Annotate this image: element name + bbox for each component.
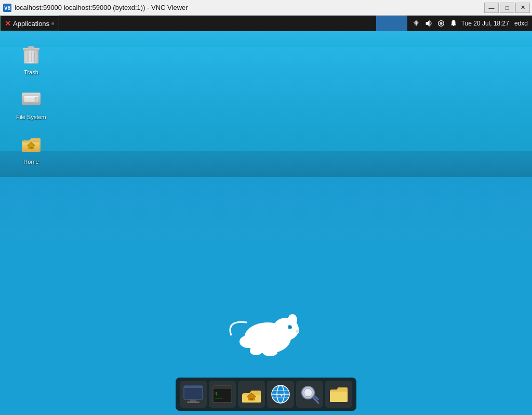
window-title: localhost:59000 localhost:59000 (bytexd:… [15, 4, 484, 11]
svg-text:$ _: $ _ [215, 392, 223, 396]
dock-terminal[interactable]: $ _ [209, 381, 236, 408]
applications-separator: ≡ [51, 21, 55, 27]
minimize-button[interactable]: — [484, 3, 499, 13]
vnc-icon: V8 [2, 3, 12, 13]
filesystem-label: File System [15, 113, 47, 121]
xfce-mouse-mascot [221, 304, 299, 356]
vnc-viewport: ✕ Applications ≡ [0, 16, 532, 415]
window-titlebar: V8 localhost:59000 localhost:59000 (byte… [0, 0, 532, 16]
svg-line-26 [298, 332, 299, 335]
panel-right-area: Tue 20 Jul, 18:27 edxd [407, 19, 532, 28]
svg-rect-35 [213, 386, 232, 389]
svg-point-28 [263, 349, 277, 356]
battery-icon[interactable] [436, 19, 446, 28]
svg-rect-16 [30, 147, 33, 149]
dock-home-folder[interactable] [238, 381, 265, 408]
dock-files[interactable] [325, 381, 352, 408]
svg-point-22 [290, 326, 291, 327]
maximize-button[interactable]: □ [500, 3, 514, 13]
home-icon-item[interactable]: Home [10, 131, 52, 165]
dock-browser[interactable] [267, 381, 294, 408]
network-icon[interactable] [411, 19, 421, 28]
filesystem-icon-item[interactable]: File System [10, 86, 52, 121]
svg-rect-15 [35, 97, 37, 101]
trash-icon-item[interactable]: Trash [10, 42, 52, 76]
svg-rect-38 [250, 398, 253, 400]
applications-label: Applications [13, 20, 49, 28]
trash-label: Trash [22, 69, 40, 76]
svg-point-46 [304, 388, 312, 397]
desktop-icons-area: Trash [0, 31, 73, 176]
window-controls: — □ ✕ [484, 3, 530, 13]
bottom-dock: $ _ [176, 378, 356, 411]
svg-point-29 [240, 335, 256, 348]
svg-rect-32 [190, 399, 196, 401]
dock-show-desktop[interactable] [180, 381, 207, 408]
home-label: Home [22, 158, 40, 165]
svg-marker-3 [425, 20, 429, 27]
xfce-logo: ✕ [5, 19, 11, 28]
svg-rect-31 [184, 386, 203, 388]
taskbar: ✕ Applications ≡ [0, 16, 532, 31]
svg-point-5 [440, 22, 442, 24]
clock: Tue 20 Jul, 18:27 [461, 20, 509, 27]
svg-rect-33 [187, 401, 200, 403]
svg-point-27 [250, 347, 262, 355]
close-button[interactable]: ✕ [515, 3, 530, 13]
svg-text:V8: V8 [4, 5, 11, 11]
notification-icon[interactable] [449, 19, 458, 28]
filesystem-graphic [19, 86, 44, 111]
trash-graphic [19, 42, 44, 67]
username: edxd [514, 20, 528, 27]
home-graphic [19, 131, 44, 156]
dock-search[interactable] [296, 381, 323, 408]
applications-menu[interactable]: ✕ Applications ≡ [0, 16, 59, 31]
svg-rect-8 [28, 46, 34, 48]
panel-task-area[interactable] [376, 16, 407, 31]
svg-point-19 [288, 314, 297, 326]
volume-icon[interactable] [424, 19, 433, 28]
